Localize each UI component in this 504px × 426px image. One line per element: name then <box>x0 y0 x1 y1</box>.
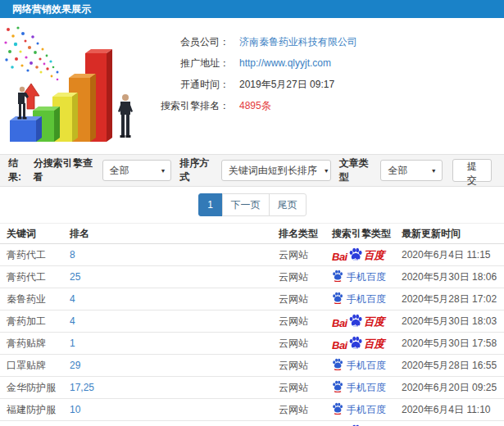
page-header: 网络营销效果展示 <box>0 0 504 18</box>
filters-group: 分搜索引擎查看 全部 ▼ 排序方式 关键词由短到长排序 ▼ 文章类型 全部 ▼ … <box>30 156 492 184</box>
member-profile-section: 会员公司： 济南秦鲁药业科技有限公司 推广地址： http://www.qlyy… <box>0 18 504 154</box>
mobile-baidu-paw-icon <box>332 270 343 284</box>
member-info: 会员公司： 济南秦鲁药业科技有限公司 推广地址： http://www.qlyy… <box>152 31 504 116</box>
baidu-pc-logo: Baidu百度 <box>332 336 384 351</box>
baidu-logo-bai-text: Bai <box>332 339 347 351</box>
keyword-cell: 膏药代工 <box>7 270 70 284</box>
bar-chart-illustration <box>0 25 152 152</box>
last-page-button[interactable]: 尾页 <box>269 193 306 216</box>
table-row: 金华防护服17,25云网站手机百度2020年6月20日 09:25 <box>0 377 504 399</box>
rank-link[interactable]: 10 <box>70 404 279 415</box>
chevron-down-icon: ▼ <box>324 168 329 174</box>
keyword-cell: 口罩贴牌 <box>7 359 70 373</box>
keyword-cell: 膏药加工 <box>7 315 70 329</box>
keyword-cell: 膏药贴牌 <box>7 337 70 351</box>
col-header-engine-type: 搜索引擎类型 <box>332 227 402 241</box>
table-row: 福建防护服10云网站手机百度2020年6月4日 11:10 <box>0 399 504 421</box>
sort-filter-label: 排序方式 <box>179 156 216 184</box>
sort-filter-value: 关键词由短到长排序 <box>229 164 317 178</box>
member-company-link[interactable]: 济南秦鲁药业科技有限公司 <box>239 35 357 49</box>
promo-url-label: 推广地址： <box>152 57 229 70</box>
member-company-label: 会员公司： <box>152 35 229 49</box>
baidu-logo-cn-text: 百度 <box>364 315 384 329</box>
member-company-row: 会员公司： 济南秦鲁药业科技有限公司 <box>152 31 504 52</box>
table-row: 膏药代工25云网站手机百度2020年5月30日 18:06 <box>0 266 504 288</box>
next-page-button[interactable]: 下一页 <box>222 193 270 216</box>
pagination-section: 1 下一页 尾页 <box>0 187 504 223</box>
col-header-keyword: 关键词 <box>7 227 70 241</box>
engine-cell: 手机百度 <box>332 292 402 306</box>
baidu-paw-icon <box>332 380 343 392</box>
sort-filter-select[interactable]: 关键词由短到长排序 ▼ <box>221 160 331 181</box>
mobile-baidu-logo: 手机百度 <box>332 292 386 306</box>
rank-link[interactable]: 25 <box>70 271 279 283</box>
table-row: 膏药代工8云网站Baidu百度2020年6月4日 11:15 <box>0 244 504 266</box>
mobile-baidu-paw-icon <box>332 380 343 395</box>
engine-rank-label: 搜索引擎排名： <box>152 99 229 113</box>
rank-type-cell: 云网站 <box>279 292 332 306</box>
keyword-cell: 膏药代工 <box>7 248 70 262</box>
engine-cell: Baidu百度 <box>332 314 402 329</box>
rank-link[interactable]: 4 <box>70 315 279 327</box>
baidu-logo-cn-text: 百度 <box>364 248 384 263</box>
rank-type-cell: 云网站 <box>279 270 332 284</box>
rank-link[interactable]: 1 <box>70 338 279 349</box>
col-header-updated: 最新更新时间 <box>402 227 504 241</box>
submit-button[interactable]: 提交 <box>452 159 492 182</box>
chevron-down-icon: ▼ <box>160 168 166 174</box>
mobile-baidu-label: 手机百度 <box>347 359 386 373</box>
baidu-paw-icon <box>332 402 343 415</box>
results-filter-bar: 结果: 分搜索引擎查看 全部 ▼ 排序方式 关键词由短到长排序 ▼ 文章类型 全… <box>0 154 504 187</box>
table-row: Baidu百度 <box>0 421 504 426</box>
rank-type-cell: 云网站 <box>279 315 332 329</box>
rank-type-cell: 云网站 <box>279 248 332 262</box>
rank-link[interactable]: 17,25 <box>70 382 279 393</box>
article-type-filter-value: 全部 <box>388 164 424 178</box>
rank-link[interactable]: 29 <box>70 360 279 371</box>
updated-cell: 2020年6月4日 11:15 <box>402 248 504 262</box>
rank-type-cell: 云网站 <box>279 403 332 417</box>
baidu-pc-logo: Baidu百度 <box>332 314 384 329</box>
open-time-row: 开通时间： 2019年5月27日 09:17 <box>152 74 504 95</box>
baidu-paw-wrap: du <box>348 314 363 329</box>
results-label: 结果: <box>8 156 30 184</box>
updated-cell: 2020年5月28日 17:02 <box>402 292 504 306</box>
baidu-logo-du-text: du <box>352 257 359 263</box>
engine-filter-label: 分搜索引擎查看 <box>34 156 98 184</box>
baidu-paw-icon <box>332 270 343 282</box>
mobile-baidu-logo: 手机百度 <box>332 358 386 373</box>
pagination: 1 下一页 尾页 <box>198 193 306 216</box>
keyword-cell: 福建防护服 <box>7 403 70 417</box>
baidu-logo-bai-text: Bai <box>332 251 347 263</box>
results-table: 关键词 排名 排名类型 搜索引擎类型 最新更新时间 膏药代工8云网站Baidu百… <box>0 223 504 426</box>
table-row: 秦鲁药业4云网站手机百度2020年5月28日 17:02 <box>0 288 504 310</box>
engine-filter-select[interactable]: 全部 ▼ <box>102 160 172 181</box>
mobile-baidu-label: 手机百度 <box>347 292 386 306</box>
baidu-logo-du-text: du <box>352 324 359 329</box>
baidu-logo-du-text: du <box>352 346 359 351</box>
engine-cell: 手机百度 <box>332 402 402 417</box>
updated-cell: 2020年6月20日 09:25 <box>402 381 504 395</box>
engine-filter-value: 全部 <box>110 164 154 178</box>
rank-link[interactable]: 4 <box>70 293 279 305</box>
engine-cell: 手机百度 <box>332 358 402 373</box>
bar-chart-graphic <box>0 25 152 152</box>
rank-link[interactable]: 8 <box>70 249 279 261</box>
mobile-baidu-paw-icon <box>332 402 343 417</box>
engine-cell: Baidu百度 <box>332 247 402 263</box>
baidu-paw-icon <box>332 292 343 304</box>
article-type-filter-select[interactable]: 全部 ▼ <box>380 160 442 181</box>
page-1-button[interactable]: 1 <box>198 193 223 216</box>
updated-cell: 2020年6月4日 11:10 <box>402 403 504 417</box>
baidu-paw-wrap: du <box>348 247 363 263</box>
col-header-rank: 排名 <box>70 227 279 241</box>
table-row: 口罩贴牌29云网站手机百度2020年5月28日 16:55 <box>0 355 504 377</box>
article-type-filter-label: 文章类型 <box>339 156 376 184</box>
updated-cell: 2020年5月30日 18:03 <box>402 315 504 329</box>
baidu-logo-bai-text: Bai <box>332 317 347 329</box>
baidu-logo-cn-text: 百度 <box>364 337 384 351</box>
updated-cell: 2020年5月30日 17:58 <box>402 337 504 351</box>
updated-cell: 2020年5月28日 16:55 <box>402 359 504 373</box>
open-time-value: 2019年5月27日 09:17 <box>239 78 334 92</box>
promo-url-link[interactable]: http://www.qlyyjt.com <box>239 57 331 69</box>
